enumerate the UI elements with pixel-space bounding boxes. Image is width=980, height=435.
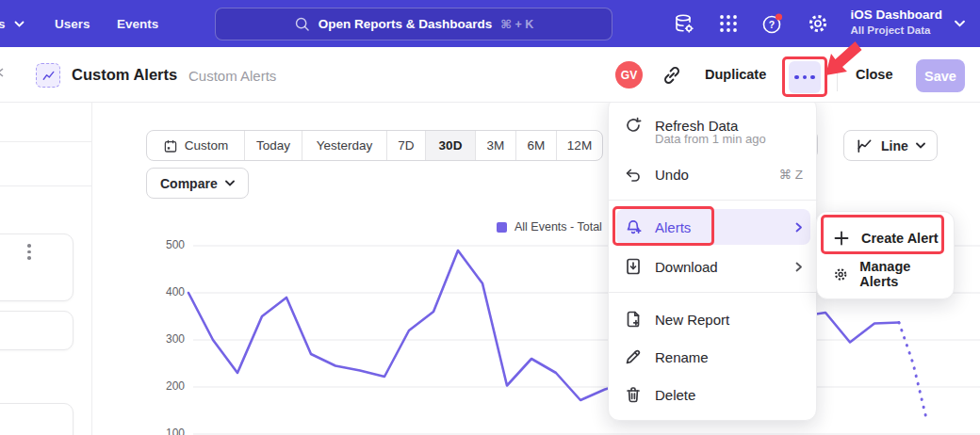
page-title: Custom Alerts bbox=[72, 66, 177, 84]
save-button[interactable]: Save bbox=[916, 59, 965, 92]
notification-dot bbox=[776, 13, 782, 20]
more-actions-menu: Refresh Data Data from 1 min ago Undo ⌘ … bbox=[608, 97, 817, 421]
menu-item-label: Alerts bbox=[655, 219, 783, 235]
project-title: iOS Dashboard bbox=[850, 6, 942, 24]
legend-swatch bbox=[497, 222, 507, 233]
chevron-down-icon bbox=[225, 180, 235, 186]
date-range-3m[interactable]: 3M bbox=[476, 131, 516, 160]
download-icon bbox=[624, 257, 643, 276]
chevron-down-icon bbox=[955, 20, 965, 27]
global-search-button[interactable]: Open Reports & Dashboards ⌘ + K bbox=[215, 8, 612, 40]
settings-gear-icon[interactable] bbox=[807, 12, 829, 35]
refresh-data-sublabel: Data from 1 min ago bbox=[655, 132, 766, 146]
top-navigation-bar: s Users Events Open Reports & Dashboards… bbox=[0, 0, 980, 47]
alert-bell-icon bbox=[624, 218, 643, 236]
menu-item-label: Rename bbox=[655, 349, 709, 365]
create-alert-item[interactable]: Create Alert bbox=[825, 220, 948, 256]
report-header: Custom Alerts Custom Alerts GV Duplicate… bbox=[0, 47, 980, 103]
y-axis-tick: 300 bbox=[149, 332, 185, 346]
compare-button[interactable]: Compare bbox=[146, 168, 249, 199]
data-management-icon[interactable] bbox=[673, 12, 695, 35]
svg-text:?: ? bbox=[769, 19, 775, 30]
chevron-down-icon bbox=[916, 142, 925, 149]
refresh-icon bbox=[624, 116, 643, 135]
nav-item-label: s bbox=[0, 17, 6, 31]
undo-menu-item[interactable]: Undo ⌘ Z bbox=[616, 156, 810, 192]
date-range-30d-selected[interactable]: 30D bbox=[426, 131, 476, 160]
menu-divider bbox=[609, 200, 818, 201]
menu-item-label: Undo bbox=[655, 167, 767, 183]
search-icon bbox=[294, 16, 310, 32]
app-root: 500 400 300 200 100 All Events - Total C… bbox=[0, 0, 980, 435]
chevron-right-icon bbox=[795, 262, 803, 272]
y-axis-tick: 500 bbox=[149, 238, 185, 251]
date-range-7d[interactable]: 7D bbox=[387, 131, 426, 160]
undo-icon bbox=[624, 165, 643, 184]
header-divider bbox=[837, 61, 838, 91]
date-range-selector: Custom Today Yesterday 7D 30D 3M 6M 12M bbox=[146, 130, 603, 161]
nav-item-users[interactable]: Users bbox=[55, 0, 90, 47]
report-type-icon bbox=[36, 63, 60, 88]
delete-menu-item[interactable]: Delete bbox=[616, 377, 810, 412]
menu-item-label: New Report bbox=[655, 312, 729, 328]
rename-menu-item[interactable]: Rename bbox=[616, 339, 810, 375]
chart-legend[interactable]: All Events - Total bbox=[497, 220, 602, 234]
submenu-item-label: Manage Alerts bbox=[859, 259, 939, 289]
menu-divider bbox=[609, 292, 818, 293]
chevron-right-icon bbox=[795, 222, 803, 233]
date-range-custom[interactable]: Custom bbox=[147, 131, 245, 160]
menu-item-label: Refresh Data bbox=[655, 118, 738, 134]
menu-item-label: Download bbox=[655, 259, 783, 275]
y-axis-tick: 400 bbox=[149, 285, 185, 298]
menu-item-shortcut: ⌘ Z bbox=[779, 167, 804, 182]
pencil-icon bbox=[624, 347, 643, 366]
collapsed-chevron-sliver bbox=[0, 68, 4, 77]
project-subtitle: All Project Data bbox=[850, 24, 942, 38]
download-menu-item[interactable]: Download bbox=[616, 249, 810, 284]
help-icon[interactable]: ? bbox=[761, 12, 784, 35]
line-chart-icon bbox=[856, 137, 874, 154]
date-range-12m[interactable]: 12M bbox=[557, 131, 602, 160]
chevron-down-icon bbox=[14, 21, 24, 27]
calendar-icon bbox=[163, 138, 178, 153]
compare-label: Compare bbox=[160, 176, 218, 191]
project-switcher[interactable]: iOS Dashboard All Project Data bbox=[850, 6, 942, 38]
new-report-menu-item[interactable]: New Report bbox=[616, 301, 810, 337]
menu-item-label: Delete bbox=[655, 387, 695, 403]
search-shortcut: ⌘ + K bbox=[500, 17, 533, 31]
gear-icon bbox=[833, 266, 848, 283]
submenu-item-label: Create Alert bbox=[861, 231, 939, 246]
duplicate-button[interactable]: Duplicate bbox=[705, 67, 766, 82]
close-button[interactable]: Close bbox=[856, 67, 893, 82]
alerts-menu-item[interactable]: Alerts bbox=[616, 209, 810, 245]
new-report-icon bbox=[624, 310, 643, 329]
share-link-icon[interactable] bbox=[661, 64, 683, 87]
manage-alerts-item[interactable]: Manage Alerts bbox=[825, 256, 948, 292]
y-axis-tick: 100 bbox=[149, 427, 185, 435]
date-range-yesterday[interactable]: Yesterday bbox=[302, 131, 387, 160]
date-range-today[interactable]: Today bbox=[245, 131, 302, 160]
plus-icon bbox=[833, 230, 850, 247]
legend-label: All Events - Total bbox=[514, 220, 602, 234]
breadcrumb: Custom Alerts bbox=[188, 68, 276, 84]
apps-grid-icon[interactable] bbox=[717, 12, 740, 35]
chart-type-label: Line bbox=[881, 138, 908, 153]
date-range-6m[interactable]: 6M bbox=[516, 131, 557, 160]
nav-item-events[interactable]: Events bbox=[117, 0, 158, 47]
search-placeholder: Open Reports & Dashboards bbox=[318, 17, 493, 31]
nav-item-truncated[interactable]: s bbox=[0, 0, 24, 47]
more-button[interactable] bbox=[789, 61, 821, 93]
y-axis-tick: 200 bbox=[149, 379, 185, 393]
date-range-label: Custom bbox=[185, 138, 229, 153]
alerts-submenu: Create Alert Manage Alerts bbox=[816, 211, 955, 299]
chart-type-button[interactable]: Line bbox=[843, 130, 938, 161]
line-chart-icon bbox=[41, 69, 56, 83]
avatar[interactable]: GV bbox=[615, 61, 643, 89]
trash-icon bbox=[624, 385, 643, 404]
